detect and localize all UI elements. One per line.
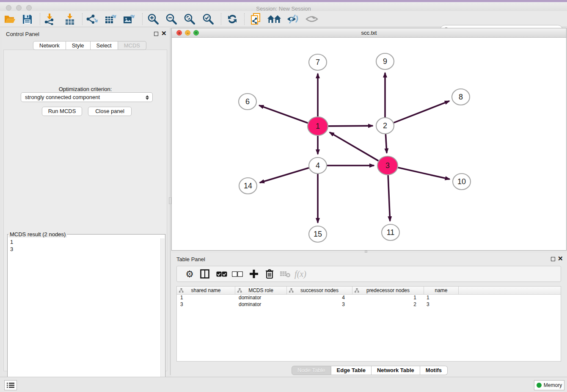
edge-3-1[interactable] xyxy=(330,133,378,161)
edge-4-14[interactable] xyxy=(260,168,309,183)
first-neighbors-icon[interactable] xyxy=(267,12,281,26)
export-table-icon[interactable] xyxy=(104,12,118,26)
table-float-icon[interactable] xyxy=(551,257,555,261)
table-cell[interactable]: 4 xyxy=(287,295,352,301)
tab-network[interactable]: Network xyxy=(33,41,66,50)
tab-select[interactable]: Select xyxy=(91,41,118,50)
column-label: successor nodes xyxy=(300,287,339,293)
function-builder-icon[interactable]: f(x) xyxy=(294,267,307,281)
node-label: 2 xyxy=(383,121,387,130)
column-header-MCDS-role[interactable]: MCDS role xyxy=(235,287,287,294)
table-cell[interactable]: dominator xyxy=(235,301,287,308)
node-label: 8 xyxy=(459,93,463,101)
open-session-icon[interactable] xyxy=(3,12,17,26)
edge-2-3[interactable] xyxy=(385,134,387,153)
deselect-all-icon[interactable] xyxy=(231,267,244,281)
table-cell[interactable]: 3 xyxy=(287,301,352,308)
settings-gear-icon[interactable]: ⚙ xyxy=(183,267,196,281)
tab-motifs[interactable]: Motifs xyxy=(420,366,448,375)
export-image-icon[interactable] xyxy=(122,12,136,26)
zoom-in-icon[interactable] xyxy=(146,12,160,26)
table-header-row: shared nameMCDS rolesuccessor nodesprede… xyxy=(177,287,561,295)
table-toolbar: ⚙ f(x) xyxy=(176,266,561,282)
control-panel-tabs: Network Style Select MCDS xyxy=(33,41,146,50)
network-view-window: x – + scc.txt 7968124314101511 xyxy=(171,28,567,251)
memory-button[interactable]: Memory xyxy=(534,380,564,390)
show-hidden-icon[interactable] xyxy=(305,12,319,26)
table-row[interactable]: 3dominator323 xyxy=(177,301,561,308)
node-table[interactable]: shared nameMCDS rolesuccessor nodesprede… xyxy=(176,286,561,362)
status-bar: Memory xyxy=(0,377,567,392)
mcds-result-title: MCDS result (2 nodes) xyxy=(8,231,67,237)
table-tabs: Node Table Edge Table Network Table Moti… xyxy=(292,366,448,375)
header-filler xyxy=(459,287,561,294)
duplicate-network-icon[interactable] xyxy=(249,12,263,26)
node-label: 15 xyxy=(314,230,322,238)
column-label: MCDS role xyxy=(248,287,273,293)
table-cell[interactable]: 1 xyxy=(352,295,424,301)
run-mcds-button[interactable]: Run MCDS xyxy=(42,107,82,116)
refresh-icon[interactable] xyxy=(225,12,239,26)
network-canvas[interactable]: 7968124314101511 xyxy=(172,38,566,250)
edge-3-11[interactable] xyxy=(388,175,390,221)
mcds-result-list[interactable]: 13 xyxy=(10,238,13,253)
select-stepper-icon xyxy=(145,94,149,101)
fx-label: f(x) xyxy=(295,269,306,279)
import-network-icon[interactable] xyxy=(42,12,57,26)
network-graph[interactable]: 7968124314101511 xyxy=(172,38,566,250)
delete-table-icon[interactable] xyxy=(278,267,292,281)
add-column-icon[interactable] xyxy=(247,267,261,281)
edge-2-8[interactable] xyxy=(394,101,449,123)
save-session-icon[interactable] xyxy=(20,12,34,26)
network-view-title: scc.txt xyxy=(172,28,566,38)
float-panel-icon[interactable] xyxy=(154,32,158,36)
edge-1-6[interactable] xyxy=(259,105,308,123)
task-history-button[interactable] xyxy=(4,380,17,390)
export-network-icon[interactable] xyxy=(85,12,99,26)
tab-node-table[interactable]: Node Table xyxy=(292,366,331,375)
node-label: 6 xyxy=(245,97,250,106)
column-layout-icon[interactable] xyxy=(198,267,212,281)
table-cell[interactable]: 1 xyxy=(424,295,459,301)
column-header-successor-nodes[interactable]: successor nodes xyxy=(287,287,352,294)
tab-edge-table[interactable]: Edge Table xyxy=(331,366,372,375)
column-header-predecessor-nodes[interactable]: predecessor nodes xyxy=(352,287,424,294)
app-titlebar: Session: New Session xyxy=(0,2,567,11)
table-cell[interactable]: 3 xyxy=(177,301,235,308)
table-cell[interactable]: 1 xyxy=(177,295,235,301)
tab-style[interactable]: Style xyxy=(66,41,91,50)
node-label: 10 xyxy=(457,177,466,186)
network-view-titlebar[interactable]: x – + scc.txt xyxy=(172,28,566,38)
result-scrollbar[interactable] xyxy=(160,238,165,389)
edge-1-2[interactable] xyxy=(328,126,373,126)
table-row[interactable]: 1dominator411 xyxy=(177,295,561,301)
zoom-selected-icon[interactable] xyxy=(201,12,215,26)
memory-label: Memory xyxy=(544,382,562,388)
table-close-icon[interactable]: ✕ xyxy=(558,255,563,262)
column-label: name xyxy=(435,287,447,293)
select-all-icon[interactable] xyxy=(215,267,228,281)
tab-network-table[interactable]: Network Table xyxy=(372,366,420,375)
node-label: 1 xyxy=(316,122,320,130)
close-panel-icon[interactable]: ✕ xyxy=(161,30,167,37)
table-body: 1dominator4113dominator323 xyxy=(177,295,561,308)
import-table-icon[interactable] xyxy=(63,12,77,26)
table-cell[interactable]: dominator xyxy=(235,295,287,301)
table-panel-title: Table Panel xyxy=(176,256,205,262)
close-panel-button[interactable]: Close panel xyxy=(88,107,132,116)
hide-selected-icon[interactable] xyxy=(286,12,300,26)
column-tree-icon xyxy=(237,288,242,293)
column-label: shared name xyxy=(191,287,220,293)
table-cell[interactable]: 2 xyxy=(352,301,424,308)
mcds-result-line: 1 xyxy=(10,238,13,246)
zoom-out-icon[interactable] xyxy=(164,12,179,26)
column-header-shared-name[interactable]: shared name xyxy=(177,287,235,294)
delete-column-icon[interactable] xyxy=(263,267,276,281)
fit-content-icon[interactable] xyxy=(182,12,197,26)
column-header-name[interactable]: name xyxy=(424,287,459,294)
criterion-select[interactable]: strongly connected component xyxy=(21,92,153,102)
tab-mcds[interactable]: MCDS xyxy=(118,41,146,50)
table-cell[interactable]: 3 xyxy=(424,301,459,308)
edge-3-10[interactable] xyxy=(398,168,449,179)
node-label: 4 xyxy=(316,161,320,170)
